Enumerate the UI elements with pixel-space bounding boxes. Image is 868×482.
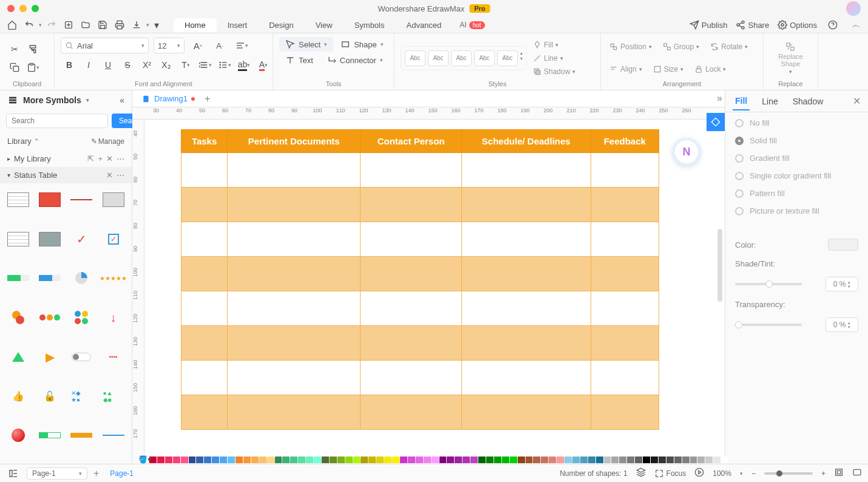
table-cell[interactable] [361, 257, 462, 291]
color-swatch[interactable] [674, 457, 682, 463]
table-cell[interactable] [462, 326, 591, 361]
color-swatch[interactable] [447, 457, 454, 463]
help-icon[interactable] [826, 18, 840, 32]
color-swatch[interactable] [392, 457, 399, 463]
table-cell[interactable] [181, 222, 228, 257]
solid-fill-option[interactable]: Solid fill [735, 136, 858, 145]
color-swatch[interactable] [330, 457, 337, 463]
table-header[interactable]: Schedule/ Deadlines [462, 130, 591, 153]
table-cell[interactable] [462, 188, 591, 222]
color-swatch[interactable] [713, 457, 721, 463]
bullets-icon[interactable]: ▾ [216, 56, 233, 73]
symbol-progress-green[interactable] [36, 424, 63, 447]
save-icon[interactable] [95, 18, 110, 32]
color-swatch[interactable] [486, 457, 493, 463]
table-cell[interactable] [462, 222, 591, 257]
fullscreen-icon[interactable] [852, 467, 862, 479]
color-swatch[interactable] [251, 457, 259, 463]
symbol-red-flags[interactable]: ▪▪▪▪ [100, 345, 127, 368]
color-swatch[interactable] [384, 457, 392, 463]
tab-design[interactable]: Design [258, 18, 304, 32]
table-cell[interactable] [591, 361, 659, 395]
color-swatch[interactable] [259, 457, 266, 463]
publish-button[interactable]: Publish [690, 20, 728, 30]
symbol-arrow-down[interactable]: ↓ [100, 306, 127, 329]
table-cell[interactable] [462, 257, 591, 291]
size-menu[interactable]: Size▾ [651, 63, 686, 75]
lib-out-icon[interactable]: ⇱ [87, 154, 94, 163]
table-cell[interactable] [181, 291, 228, 326]
symbol-table-2[interactable] [5, 228, 32, 251]
presentation-icon[interactable] [694, 467, 704, 479]
color-swatch[interactable] [596, 457, 603, 463]
symbol-checkbox[interactable]: ✓ [100, 228, 127, 251]
color-swatch[interactable] [306, 457, 313, 463]
color-swatch[interactable] [705, 457, 713, 463]
line-spacing-icon[interactable]: ▾ [197, 56, 214, 73]
color-swatch[interactable] [455, 457, 462, 463]
color-swatch[interactable] [157, 457, 164, 463]
color-swatch[interactable] [196, 457, 203, 463]
bold-icon[interactable]: B [61, 56, 78, 73]
shape-tool[interactable]: Shape▾ [334, 37, 390, 52]
user-avatar[interactable] [846, 1, 861, 16]
select-tool[interactable]: Select▾ [279, 37, 333, 52]
color-swatch[interactable] [557, 457, 564, 463]
style-preset-2[interactable]: Abc [428, 50, 449, 66]
font-size-select[interactable]: 12▾ [154, 38, 185, 53]
symbol-check-red[interactable]: ✓ [68, 228, 95, 251]
fit-page-icon[interactable] [834, 467, 844, 479]
shadow-menu[interactable]: Shadow▾ [531, 66, 578, 78]
tab-view[interactable]: View [305, 18, 344, 32]
table-cell[interactable] [228, 188, 361, 222]
color-swatch[interactable] [651, 457, 658, 463]
table-cell[interactable] [591, 291, 659, 326]
undo-dropdown[interactable]: ▾ [39, 22, 42, 28]
table-cell[interactable] [228, 222, 361, 257]
color-swatch[interactable] [236, 457, 243, 463]
decrease-font-icon[interactable]: A- [211, 37, 228, 54]
lib-more-icon[interactable]: ⋯ [117, 154, 124, 163]
subscript-icon[interactable]: X₂ [158, 56, 175, 73]
color-swatch[interactable] [502, 457, 509, 463]
focus-button[interactable]: Focus [654, 469, 687, 478]
close-panel-icon[interactable]: ✕ [853, 95, 861, 107]
transparency-value[interactable]: 0 %▴▾ [826, 317, 858, 332]
canvas[interactable]: TasksPertinent DocumentsContact PersonSc… [144, 120, 725, 463]
color-swatch[interactable] [368, 457, 376, 463]
color-swatch[interactable] [533, 457, 540, 463]
table-cell[interactable] [591, 153, 659, 188]
position-menu[interactable]: Position▾ [607, 41, 654, 53]
color-swatch[interactable] [470, 457, 478, 463]
style-preset-1[interactable]: Abc [405, 50, 426, 66]
styles-down[interactable]: ▾ [520, 56, 523, 61]
redo-icon[interactable] [44, 18, 59, 32]
color-swatch[interactable] [337, 457, 345, 463]
symbol-thumb[interactable]: 👍 [5, 385, 32, 408]
font-family-select[interactable]: Arial▾ [61, 38, 149, 53]
ai-assistant-button[interactable]: N [673, 138, 700, 166]
symbol-table-1[interactable] [5, 188, 32, 211]
table-cell[interactable] [181, 257, 228, 291]
color-swatch[interactable] [400, 457, 407, 463]
open-icon[interactable] [78, 18, 93, 32]
color-swatch[interactable] [416, 457, 423, 463]
color-swatch[interactable] [228, 457, 235, 463]
add-page-button[interactable]: + [93, 468, 99, 479]
color-swatch[interactable] [565, 457, 572, 463]
line-tab[interactable]: Line [759, 93, 780, 110]
table-header[interactable]: Pertinent Documents [228, 130, 361, 153]
color-swatch[interactable] [463, 457, 470, 463]
case-icon[interactable]: T▾ [177, 56, 194, 73]
rotate-menu[interactable]: Rotate▾ [708, 41, 750, 53]
symbol-search-input[interactable] [6, 114, 108, 128]
tab-symbols[interactable]: Symbols [344, 18, 396, 32]
table-cell[interactable] [462, 291, 591, 326]
color-swatch[interactable] [682, 457, 690, 463]
vertical-scrollbar[interactable] [717, 229, 722, 302]
color-swatch[interactable] [721, 457, 728, 463]
collapse-ribbon-icon[interactable]: ︿ [849, 18, 863, 32]
color-picker[interactable] [828, 239, 858, 251]
color-swatch[interactable] [659, 457, 666, 463]
format-painter-icon[interactable] [24, 41, 41, 58]
